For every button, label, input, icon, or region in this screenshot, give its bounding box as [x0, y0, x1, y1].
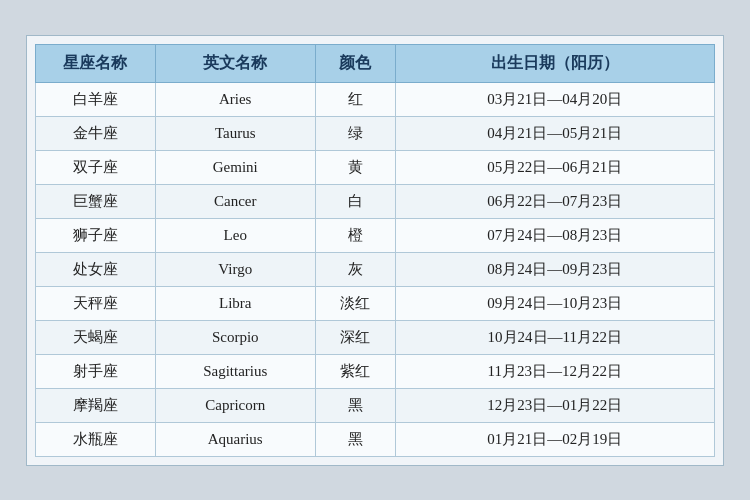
cell-date: 09月24日—10月23日	[395, 286, 714, 320]
zodiac-table-container: 星座名称 英文名称 颜色 出生日期（阳历） 白羊座Aries红03月21日—04…	[26, 35, 724, 466]
cell-color: 白	[315, 184, 395, 218]
cell-date: 10月24日—11月22日	[395, 320, 714, 354]
cell-date: 08月24日—09月23日	[395, 252, 714, 286]
cell-color: 灰	[315, 252, 395, 286]
header-date: 出生日期（阳历）	[395, 44, 714, 82]
cell-english: Aries	[155, 82, 315, 116]
cell-date: 03月21日—04月20日	[395, 82, 714, 116]
cell-chinese: 狮子座	[36, 218, 156, 252]
table-row: 水瓶座Aquarius黑01月21日—02月19日	[36, 422, 715, 456]
cell-date: 12月23日—01月22日	[395, 388, 714, 422]
table-row: 天秤座Libra淡红09月24日—10月23日	[36, 286, 715, 320]
table-header-row: 星座名称 英文名称 颜色 出生日期（阳历）	[36, 44, 715, 82]
table-row: 处女座Virgo灰08月24日—09月23日	[36, 252, 715, 286]
cell-color: 淡红	[315, 286, 395, 320]
table-row: 狮子座Leo橙07月24日—08月23日	[36, 218, 715, 252]
cell-chinese: 白羊座	[36, 82, 156, 116]
cell-english: Gemini	[155, 150, 315, 184]
cell-english: Leo	[155, 218, 315, 252]
cell-english: Virgo	[155, 252, 315, 286]
header-english: 英文名称	[155, 44, 315, 82]
cell-color: 黄	[315, 150, 395, 184]
cell-date: 04月21日—05月21日	[395, 116, 714, 150]
cell-english: Aquarius	[155, 422, 315, 456]
table-row: 白羊座Aries红03月21日—04月20日	[36, 82, 715, 116]
cell-chinese: 射手座	[36, 354, 156, 388]
header-color: 颜色	[315, 44, 395, 82]
cell-chinese: 天秤座	[36, 286, 156, 320]
cell-date: 06月22日—07月23日	[395, 184, 714, 218]
cell-color: 红	[315, 82, 395, 116]
cell-date: 05月22日—06月21日	[395, 150, 714, 184]
table-row: 金牛座Taurus绿04月21日—05月21日	[36, 116, 715, 150]
cell-date: 01月21日—02月19日	[395, 422, 714, 456]
cell-chinese: 水瓶座	[36, 422, 156, 456]
header-chinese: 星座名称	[36, 44, 156, 82]
table-row: 摩羯座Capricorn黑12月23日—01月22日	[36, 388, 715, 422]
cell-english: Sagittarius	[155, 354, 315, 388]
cell-chinese: 天蝎座	[36, 320, 156, 354]
cell-english: Cancer	[155, 184, 315, 218]
cell-chinese: 双子座	[36, 150, 156, 184]
cell-color: 深红	[315, 320, 395, 354]
cell-english: Scorpio	[155, 320, 315, 354]
cell-chinese: 金牛座	[36, 116, 156, 150]
table-row: 射手座Sagittarius紫红11月23日—12月22日	[36, 354, 715, 388]
cell-date: 07月24日—08月23日	[395, 218, 714, 252]
table-row: 天蝎座Scorpio深红10月24日—11月22日	[36, 320, 715, 354]
cell-date: 11月23日—12月22日	[395, 354, 714, 388]
cell-color: 黑	[315, 388, 395, 422]
cell-english: Taurus	[155, 116, 315, 150]
table-row: 巨蟹座Cancer白06月22日—07月23日	[36, 184, 715, 218]
zodiac-table: 星座名称 英文名称 颜色 出生日期（阳历） 白羊座Aries红03月21日—04…	[35, 44, 715, 457]
cell-color: 黑	[315, 422, 395, 456]
cell-chinese: 处女座	[36, 252, 156, 286]
cell-chinese: 巨蟹座	[36, 184, 156, 218]
cell-english: Libra	[155, 286, 315, 320]
cell-chinese: 摩羯座	[36, 388, 156, 422]
cell-english: Capricorn	[155, 388, 315, 422]
cell-color: 绿	[315, 116, 395, 150]
cell-color: 紫红	[315, 354, 395, 388]
cell-color: 橙	[315, 218, 395, 252]
table-row: 双子座Gemini黄05月22日—06月21日	[36, 150, 715, 184]
